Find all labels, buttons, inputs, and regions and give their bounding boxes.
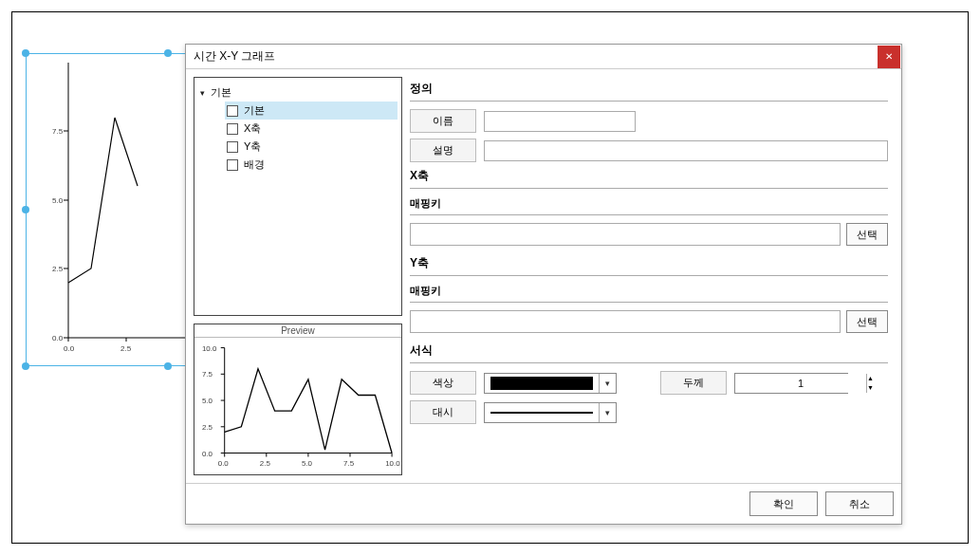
thickness-up-button[interactable]: ▲ <box>867 374 874 383</box>
tree-item-1[interactable]: X축 <box>225 120 398 138</box>
tree-item-label: 기본 <box>244 103 265 118</box>
close-button[interactable]: ✕ <box>878 46 900 68</box>
svg-text:5.0: 5.0 <box>52 196 64 205</box>
tree-item-label: Y축 <box>244 139 261 154</box>
preview-chart: 0.02.55.07.510.0 0.02.55.07.510.0 <box>194 338 401 474</box>
tree-item-0[interactable]: 기본 <box>225 102 398 120</box>
svg-text:2.5: 2.5 <box>260 459 271 468</box>
tree-item-label: 배경 <box>244 157 265 172</box>
svg-text:10.0: 10.0 <box>202 344 217 353</box>
tree-item-checkbox[interactable] <box>227 159 238 171</box>
xy-graph-dialog: 시간 X-Y 그래프 ✕ 기본 기본X축Y축배경 Preview <box>185 44 902 525</box>
description-label: 설명 <box>410 139 476 162</box>
svg-text:2.5: 2.5 <box>120 344 132 353</box>
ok-button[interactable]: 확인 <box>749 491 818 516</box>
tree-item-2[interactable]: Y축 <box>225 138 398 156</box>
divider <box>410 188 888 189</box>
y-mapping-input[interactable] <box>410 310 841 333</box>
divider <box>410 362 888 363</box>
color-label: 색상 <box>410 371 476 395</box>
y-mapping-select-button[interactable]: 선택 <box>846 310 888 333</box>
svg-text:7.5: 7.5 <box>202 370 213 379</box>
svg-text:2.5: 2.5 <box>52 265 64 273</box>
divider <box>410 302 888 303</box>
divider <box>410 275 888 276</box>
name-input[interactable] <box>484 111 636 132</box>
svg-text:0.0: 0.0 <box>64 344 75 353</box>
svg-text:0.0: 0.0 <box>202 450 213 458</box>
thickness-down-button[interactable]: ▼ <box>867 383 874 393</box>
chevron-down-icon: ▾ <box>599 374 616 393</box>
preview-y-ticks: 0.02.55.07.510.0 <box>202 344 225 458</box>
layer-tree-panel: 기본 기본X축Y축배경 <box>194 77 402 316</box>
dash-combo[interactable]: ▾ <box>484 402 617 423</box>
svg-text:0.0: 0.0 <box>218 459 230 468</box>
cancel-button[interactable]: 취소 <box>825 491 894 516</box>
x-mapping-input[interactable] <box>410 223 841 246</box>
dash-preview-line <box>490 412 593 414</box>
tree-item-checkbox[interactable] <box>227 141 238 153</box>
svg-text:0.0: 0.0 <box>52 334 64 342</box>
tree-item-checkbox[interactable] <box>227 123 238 135</box>
section-yaxis-title: Y축 <box>410 255 888 271</box>
section-format-title: 서식 <box>410 342 888 359</box>
section-definition-title: 정의 <box>410 81 888 97</box>
close-icon: ✕ <box>885 51 893 62</box>
preview-header: Preview <box>194 324 401 338</box>
tree-root-label: 기본 <box>211 85 231 100</box>
preview-polyline <box>225 369 392 453</box>
color-combo[interactable]: ▾ <box>484 373 617 394</box>
thickness-label: 두께 <box>660 371 727 395</box>
tree-root-node[interactable]: 기본 <box>198 83 398 102</box>
tree-item-checkbox[interactable] <box>227 105 238 117</box>
dialog-title: 시간 X-Y 그래프 <box>194 48 275 65</box>
name-label: 이름 <box>410 109 476 133</box>
x-mapping-select-button[interactable]: 선택 <box>846 223 888 246</box>
svg-text:5.0: 5.0 <box>302 459 313 468</box>
thickness-input[interactable] <box>735 374 866 393</box>
y-mapping-label: 매핑키 <box>410 284 888 298</box>
section-xaxis-title: X축 <box>410 168 888 184</box>
divider <box>410 214 888 215</box>
description-input[interactable] <box>484 140 888 161</box>
svg-text:2.5: 2.5 <box>202 423 213 432</box>
svg-text:7.5: 7.5 <box>52 127 64 136</box>
x-mapping-label: 매핑키 <box>410 196 888 211</box>
dialog-titlebar[interactable]: 시간 X-Y 그래프 ✕ <box>186 45 901 69</box>
tree-item-3[interactable]: 배경 <box>225 156 398 174</box>
tree-children: 기본X축Y축배경 <box>198 102 398 174</box>
thickness-stepper[interactable]: ▲ ▼ <box>734 373 848 394</box>
divider <box>410 101 888 102</box>
preview-x-ticks: 0.02.55.07.510.0 <box>218 453 400 469</box>
tree-item-label: X축 <box>244 121 261 136</box>
svg-text:5.0: 5.0 <box>202 397 213 405</box>
color-swatch <box>490 377 593 390</box>
svg-text:10.0: 10.0 <box>385 459 400 468</box>
chevron-down-icon: ▾ <box>599 403 616 422</box>
dialog-footer: 확인 취소 <box>186 483 901 524</box>
svg-text:7.5: 7.5 <box>343 459 355 468</box>
dash-label: 대시 <box>410 400 476 424</box>
preview-panel: Preview 0.02.55.07.510.0 0.02.55.07.510.… <box>194 324 402 475</box>
